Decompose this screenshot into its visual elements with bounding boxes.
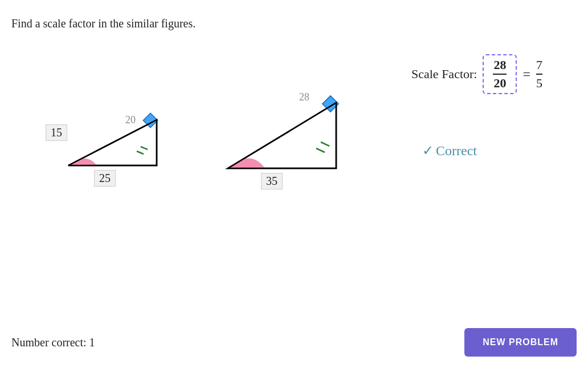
- rhs-numerator: 7: [536, 58, 542, 75]
- scale-factor-label: Scale Factor:: [411, 67, 477, 82]
- triangle2-bottom-side: 35: [261, 173, 283, 189]
- new-problem-button[interactable]: NEW PROBLEM: [464, 328, 577, 357]
- checkmark-icon: ✓: [422, 143, 434, 158]
- equals-sign: =: [522, 67, 530, 82]
- scale-factor-area: Scale Factor: 28 20 = 7 5: [411, 54, 542, 94]
- scale-factor-fraction-box: 28 20: [483, 54, 517, 94]
- triangle1-top-side: 20: [125, 114, 136, 126]
- triangle-2: [211, 88, 348, 185]
- number-correct-text: Number correct: 1: [11, 336, 95, 349]
- scale-factor-denominator: 20: [493, 75, 506, 91]
- scale-factor-numerator: 28: [493, 58, 507, 75]
- correct-feedback: ✓Correct: [422, 143, 477, 159]
- correct-label: Correct: [436, 143, 477, 158]
- triangle1-left-side: 15: [46, 124, 67, 141]
- bottom-bar: Number correct: 1 NEW PROBLEM: [0, 328, 588, 357]
- triangle1-bottom-side: 25: [94, 170, 116, 187]
- instruction-text: Find a scale factor in the similar figur…: [11, 17, 195, 30]
- rhs-fraction: 7 5: [536, 58, 542, 91]
- triangle2-top-side: 28: [299, 91, 309, 103]
- rhs-denominator: 5: [536, 75, 542, 91]
